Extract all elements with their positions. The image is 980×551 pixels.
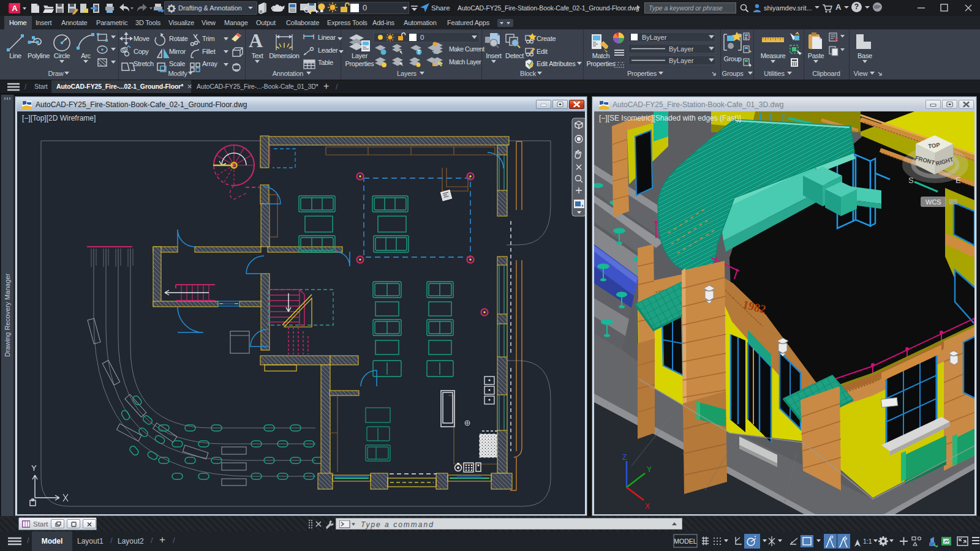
svg-text:Modify: Modify — [168, 70, 187, 77]
svg-text:Copy: Copy — [134, 48, 149, 55]
svg-text:Circle: Circle — [54, 52, 70, 59]
svg-text:Linear: Linear — [318, 34, 336, 41]
svg-text:Fillet: Fillet — [202, 48, 216, 55]
svg-text:Make Current: Make Current — [449, 45, 484, 53]
svg-text:Clipboard: Clipboard — [812, 70, 840, 77]
svg-text:Line: Line — [9, 52, 21, 59]
svg-text:Measure: Measure — [761, 52, 786, 59]
svg-text:A: A — [12, 4, 18, 13]
svg-text:Detect: Detect — [505, 52, 524, 59]
svg-text:Groups: Groups — [722, 70, 744, 77]
svg-text:Scale: Scale — [169, 60, 185, 67]
svg-text:E: E — [956, 176, 961, 185]
svg-text:ByLayer: ByLayer — [642, 34, 667, 41]
svg-text:Leader: Leader — [318, 47, 338, 54]
svg-text:A: A — [249, 29, 263, 51]
svg-text:Utilities: Utilities — [764, 70, 785, 77]
svg-text:Insert: Insert — [486, 52, 502, 59]
svg-text:Group: Group — [723, 55, 741, 62]
svg-text:Y: Y — [647, 465, 652, 474]
svg-text:Text: Text — [252, 52, 263, 59]
svg-text:View: View — [854, 70, 868, 77]
svg-text:Array: Array — [202, 60, 218, 67]
svg-text:1:1: 1:1 — [863, 538, 872, 545]
svg-text:Annotation: Annotation — [273, 70, 304, 77]
svg-text:Dimension: Dimension — [269, 52, 299, 59]
svg-text:WCS: WCS — [925, 198, 941, 206]
svg-text:Mirror: Mirror — [169, 48, 186, 55]
svg-text:Z: Z — [622, 453, 627, 462]
svg-text:Paste: Paste — [808, 52, 824, 59]
svg-text:Block: Block — [520, 70, 537, 77]
svg-text:Trim: Trim — [202, 35, 215, 42]
svg-text:Properties: Properties — [586, 60, 616, 67]
svg-text:Base: Base — [858, 52, 872, 59]
svg-text:Arc: Arc — [81, 52, 91, 59]
svg-text:Edit: Edit — [537, 48, 548, 55]
svg-text:Create: Create — [537, 35, 556, 42]
svg-text:Match Layer: Match Layer — [449, 58, 481, 66]
svg-text:Layers: Layers — [397, 70, 417, 77]
svg-text:S: S — [908, 176, 914, 185]
svg-text:Table: Table — [318, 59, 333, 66]
svg-text:Y: Y — [31, 463, 37, 473]
svg-text:0: 0 — [420, 34, 424, 41]
svg-text:Edit Attributes: Edit Attributes — [537, 60, 576, 67]
svg-text:Layer: Layer — [352, 52, 368, 59]
svg-text:ByLayer: ByLayer — [669, 57, 694, 64]
svg-text:Stretch: Stretch — [134, 60, 154, 67]
svg-text:Polyline: Polyline — [28, 52, 50, 59]
svg-text:Properties: Properties — [627, 70, 657, 77]
svg-text:X: X — [645, 502, 650, 511]
svg-text:MODEL: MODEL — [674, 538, 697, 545]
svg-text:Draw: Draw — [48, 70, 64, 77]
svg-text:Match: Match — [592, 52, 610, 59]
svg-text:Move: Move — [134, 35, 149, 42]
svg-text:Properties: Properties — [345, 60, 374, 67]
svg-text:ByLayer: ByLayer — [669, 45, 694, 53]
svg-text:0: 0 — [363, 3, 367, 12]
svg-text:Rotate: Rotate — [169, 35, 188, 42]
